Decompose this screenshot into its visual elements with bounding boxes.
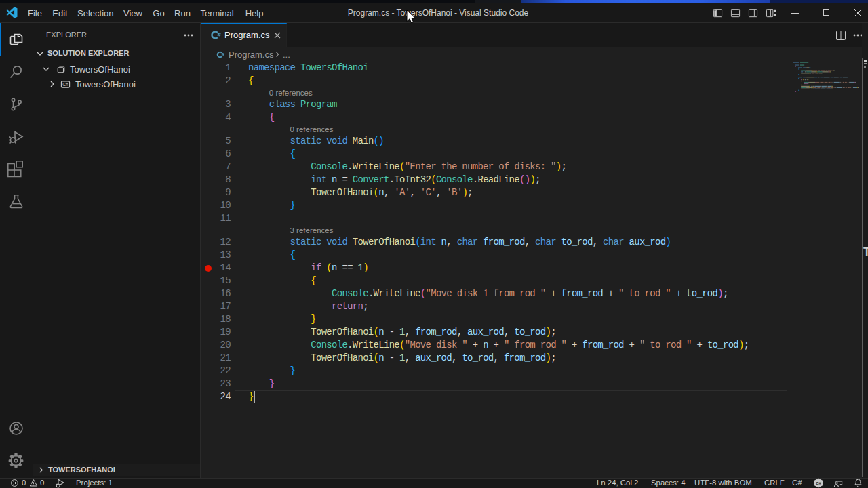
svg-text:C#: C# [816,481,821,485]
